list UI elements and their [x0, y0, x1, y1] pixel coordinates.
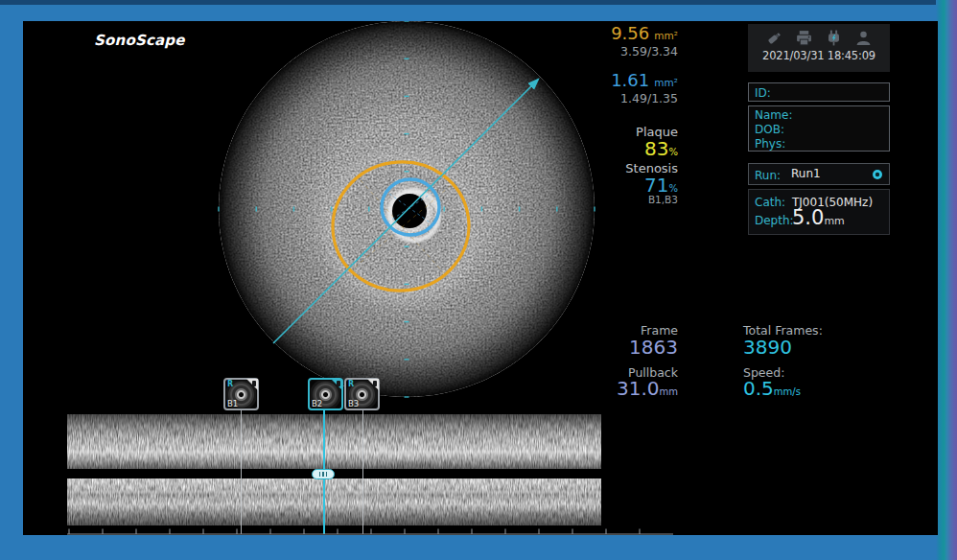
probe-plug-icon[interactable]	[825, 29, 843, 47]
bookmark-label: B2	[312, 399, 322, 408]
plaque-value: 83%	[644, 137, 678, 160]
recommend-flag: R	[348, 380, 354, 388]
recommend-flag: R	[227, 380, 233, 388]
run-status-icon[interactable]	[872, 169, 883, 180]
application-window: SonoScape	[0, 0, 957, 560]
strip-shading	[67, 478, 601, 525]
run-label: Run:	[755, 169, 781, 182]
ivus-cross-section-view[interactable]	[219, 21, 595, 397]
lumen-area-value: 1.61 mm²	[611, 70, 678, 90]
run-selector[interactable]: Run: Run1	[748, 163, 890, 185]
bookmark-line-b1	[241, 410, 242, 534]
speed-value: 0.5mm/s	[743, 377, 801, 400]
system-timestamp: 2021/03/31 18:45:09	[748, 49, 890, 62]
vessel-area-value: 9.56 mm²	[611, 23, 678, 43]
bookmark-label: B3	[348, 399, 359, 408]
main-content-area: SonoScape	[23, 21, 938, 535]
dob-label: DOB:	[755, 123, 889, 137]
fold-marker	[337, 381, 340, 386]
bookmark-label: B1	[227, 399, 238, 408]
user-icon[interactable]	[854, 29, 873, 47]
lumen-diameters: 1.49/1.35	[620, 91, 678, 105]
printer-icon[interactable]	[795, 29, 813, 47]
strip-shading	[67, 414, 601, 469]
name-label: Name:	[755, 108, 889, 123]
bookmark-line-b3	[362, 410, 363, 534]
depth-value: 5.0mm	[792, 206, 845, 229]
fold-marker	[252, 381, 256, 386]
vessel-diameters: 3.59/3.34	[620, 44, 678, 58]
fold-marker	[373, 381, 377, 386]
phys-label: Phys:	[755, 137, 889, 152]
longitudinal-view-bottom[interactable]	[67, 478, 601, 525]
frame-scrub-handle[interactable]	[312, 469, 335, 479]
patient-id-field[interactable]: ID:	[748, 82, 890, 102]
pullback-value: 31.0mm	[617, 377, 678, 400]
id-label: ID:	[755, 86, 771, 100]
total-frames-value: 3890	[743, 336, 792, 359]
frame-value: 1863	[629, 336, 678, 359]
longitudinal-view-top[interactable]	[67, 414, 601, 469]
patient-info-panel[interactable]: Name: DOB: Phys:	[748, 105, 890, 152]
cath-label: Cath:	[755, 196, 785, 209]
stenosis-reference: B1,B3	[648, 194, 678, 205]
usb-icon[interactable]	[765, 29, 783, 47]
frame-shade	[0, 0, 957, 5]
frame-gradient-edge	[936, 0, 957, 560]
run-value: Run1	[791, 164, 821, 184]
bookmark-thumbnail-b1[interactable]: R B1	[223, 378, 259, 410]
brand-logo: SonoScape	[94, 32, 185, 49]
depth-label: Depth:	[755, 214, 794, 227]
bookmark-thumbnail-b3[interactable]: R B3	[344, 378, 380, 410]
bookmark-thumbnail-b2-selected[interactable]: B2	[308, 378, 343, 410]
catheter-info-panel: Cath: TJ001(50MHz) Depth: 5.0mm	[748, 189, 890, 235]
catheter-center	[392, 194, 427, 228]
system-toolbar: 2021/03/31 18:45:09	[748, 24, 890, 72]
